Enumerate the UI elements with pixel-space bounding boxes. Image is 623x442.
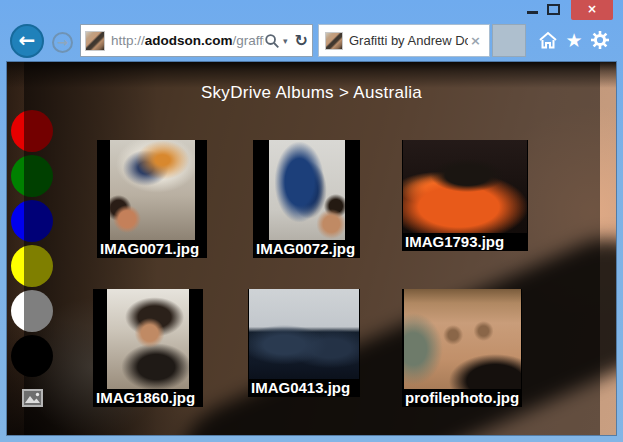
photo-filename: IMAG1860.jpg bbox=[93, 389, 203, 407]
browser-window: × ← → http://adodson.com/graffiti/ ▾ ↻ G… bbox=[0, 0, 623, 442]
new-tab-button[interactable] bbox=[492, 24, 526, 57]
maximize-button[interactable] bbox=[547, 4, 560, 15]
image-tool-icon[interactable] bbox=[22, 389, 43, 407]
photo-filename: IMAG1793.jpg bbox=[402, 233, 528, 251]
page-title: SkyDrive Albums > Australia bbox=[7, 83, 616, 103]
album-tile[interactable]: IMAG1860.jpg bbox=[93, 289, 203, 407]
photo-filename: IMAG0072.jpg bbox=[253, 240, 360, 258]
forward-button[interactable]: → bbox=[52, 32, 73, 53]
url-domain: adodson.com bbox=[145, 33, 233, 48]
page-content: SkyDrive Albums > Australia IMAG0071.jpg… bbox=[7, 62, 616, 435]
search-icon[interactable] bbox=[264, 33, 280, 49]
back-button[interactable]: ← bbox=[10, 24, 44, 58]
address-bar[interactable]: http://adodson.com/graffiti/ ▾ ↻ bbox=[80, 24, 313, 57]
minimize-button[interactable] bbox=[527, 11, 538, 14]
thumbnail-imag0413[interactable] bbox=[249, 289, 359, 379]
thumbnail-profilephoto[interactable] bbox=[404, 289, 521, 389]
thumbnail-imag0072[interactable] bbox=[269, 140, 345, 240]
thumbnail-imag1860[interactable] bbox=[107, 289, 189, 389]
favorites-star-icon[interactable]: ★ bbox=[565, 30, 582, 50]
album-tile[interactable]: IMAG1793.jpg bbox=[402, 140, 528, 251]
url-scheme: http:// bbox=[111, 33, 145, 48]
tab-close-icon[interactable]: × bbox=[468, 33, 483, 48]
tab-favicon bbox=[325, 32, 343, 50]
site-favicon bbox=[85, 31, 105, 51]
photo-filename: IMAG0071.jpg bbox=[97, 240, 207, 258]
url-path: /graffiti/ bbox=[233, 33, 265, 48]
close-window-button[interactable]: × bbox=[571, 0, 613, 20]
photo-filename: profilephoto.jpg bbox=[402, 389, 522, 407]
photo-filename: IMAG0413.jpg bbox=[248, 379, 360, 397]
home-icon[interactable] bbox=[538, 31, 558, 50]
album-tile[interactable]: IMAG0071.jpg bbox=[97, 140, 207, 258]
refresh-icon[interactable]: ↻ bbox=[291, 31, 308, 50]
settings-gear-icon[interactable] bbox=[590, 30, 610, 50]
album-tile[interactable]: IMAG0072.jpg bbox=[253, 140, 360, 258]
album-tile[interactable]: IMAG0413.jpg bbox=[248, 289, 360, 397]
browser-tab[interactable]: Grafitti by Andrew Dodson × bbox=[318, 24, 490, 57]
album-tile[interactable]: profilephoto.jpg bbox=[402, 289, 522, 407]
search-dropdown-caret-icon[interactable]: ▾ bbox=[283, 36, 288, 46]
tab-title: Grafitti by Andrew Dodson bbox=[343, 33, 468, 48]
thumbnail-imag1793[interactable] bbox=[403, 140, 527, 233]
thumbnail-imag0071[interactable] bbox=[110, 140, 195, 240]
url-text[interactable]: http://adodson.com/graffiti/ bbox=[105, 33, 264, 48]
